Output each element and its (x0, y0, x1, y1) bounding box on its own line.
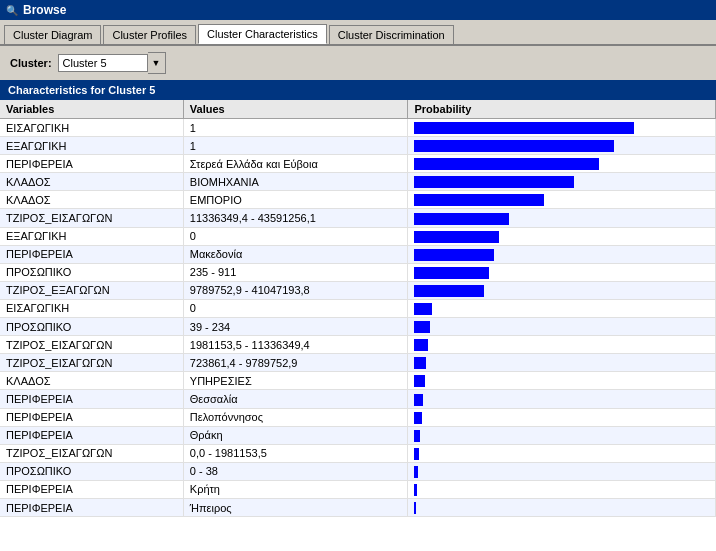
cell-value: Ήπειρος (183, 498, 408, 516)
title-label: Browse (23, 3, 66, 17)
cell-variable: ΤΖΙΡΟΣ_ΕΙΣΑΓΩΓΩΝ (0, 444, 183, 462)
table-row: ΠΡΟΣΩΠΙΚΟ235 - 911 (0, 263, 716, 281)
cell-variable: ΠΕΡΙΦΕΡΕΙΑ (0, 498, 183, 516)
cell-variable: ΤΖΙΡΟΣ_ΕΙΣΑΓΩΓΩΝ (0, 336, 183, 354)
cell-value: 11336349,4 - 43591256,1 (183, 209, 408, 227)
table-row: ΚΛΑΔΟΣΕΜΠΟΡΙΟ (0, 191, 716, 209)
probability-bar (414, 140, 614, 152)
cluster-select-bar: Cluster: Cluster 5 ▼ (0, 46, 716, 80)
probability-bar (414, 303, 432, 315)
cell-value: ΕΜΠΟΡΙΟ (183, 191, 408, 209)
probability-bar (414, 430, 420, 442)
table-row: ΠΕΡΙΦΕΡΕΙΑΠελοπόννησος (0, 408, 716, 426)
cluster-dropdown-btn[interactable]: ▼ (148, 52, 166, 74)
probability-bar (414, 394, 423, 406)
tab-cluster-profiles[interactable]: Cluster Profiles (103, 25, 196, 44)
probability-bar (414, 375, 425, 387)
cell-variable: ΠΕΡΙΦΕΡΕΙΑ (0, 408, 183, 426)
cluster-label: Cluster: (10, 57, 52, 69)
probability-bar (414, 502, 416, 514)
cell-value: 723861,4 - 9789752,9 (183, 354, 408, 372)
cell-value: 235 - 911 (183, 263, 408, 281)
cell-variable: ΤΖΙΡΟΣ_ΕΙΣΑΓΩΓΩΝ (0, 354, 183, 372)
table-row: ΠΕΡΙΦΕΡΕΙΑΣτερεά Ελλάδα και Εύβοια (0, 155, 716, 173)
table-row: ΠΕΡΙΦΕΡΕΙΑΘράκη (0, 426, 716, 444)
probability-bar (414, 158, 599, 170)
table-container: Variables Values Probability ΕΙΣΑΓΩΓΙΚΗ1… (0, 100, 716, 551)
cell-value: Κρήτη (183, 480, 408, 498)
cell-probability (408, 299, 716, 317)
cell-probability (408, 372, 716, 390)
cell-variable: ΤΖΙΡΟΣ_ΕΙΣΑΓΩΓΩΝ (0, 209, 183, 227)
cell-probability (408, 119, 716, 137)
cell-value: 0 - 38 (183, 462, 408, 480)
probability-bar (414, 412, 422, 424)
cell-probability (408, 408, 716, 426)
probability-bar (414, 122, 634, 134)
cell-value: Θεσσαλία (183, 390, 408, 408)
table-row: ΠΕΡΙΦΕΡΕΙΑΘεσσαλία (0, 390, 716, 408)
section-header: Characteristics for Cluster 5 (0, 80, 716, 100)
table-row: ΚΛΑΔΟΣΒΙΟΜΗΧΑΝΙΑ (0, 173, 716, 191)
table-row: ΠΡΟΣΩΠΙΚΟ39 - 234 (0, 318, 716, 336)
probability-bar (414, 213, 509, 225)
table-row: ΠΡΟΣΩΠΙΚΟ0 - 38 (0, 462, 716, 480)
tab-cluster-discrimination[interactable]: Cluster Discrimination (329, 25, 454, 44)
cell-probability (408, 318, 716, 336)
cell-probability (408, 426, 716, 444)
cell-probability (408, 227, 716, 245)
tab-cluster-diagram[interactable]: Cluster Diagram (4, 25, 101, 44)
probability-bar (414, 357, 426, 369)
cell-value: 0 (183, 227, 408, 245)
table-row: ΕΞΑΓΩΓΙΚΗ0 (0, 227, 716, 245)
cell-variable: ΠΕΡΙΦΕΡΕΙΑ (0, 480, 183, 498)
table-row: ΤΖΙΡΟΣ_ΕΙΣΑΓΩΓΩΝ723861,4 - 9789752,9 (0, 354, 716, 372)
cell-value: ΒΙΟΜΗΧΑΝΙΑ (183, 173, 408, 191)
cell-probability (408, 191, 716, 209)
cell-variable: ΚΛΑΔΟΣ (0, 372, 183, 390)
table-row: ΠΕΡΙΦΕΡΕΙΑΚρήτη (0, 480, 716, 498)
cell-probability (408, 444, 716, 462)
cell-value: 1 (183, 119, 408, 137)
cell-probability (408, 390, 716, 408)
cell-variable: ΚΛΑΔΟΣ (0, 191, 183, 209)
cell-variable: ΕΙΣΑΓΩΓΙΚΗ (0, 299, 183, 317)
col-header-values: Values (183, 100, 408, 119)
cell-variable: ΕΞΑΓΩΓΙΚΗ (0, 137, 183, 155)
cell-probability (408, 263, 716, 281)
cell-variable: ΠΕΡΙΦΕΡΕΙΑ (0, 426, 183, 444)
cell-value: Θράκη (183, 426, 408, 444)
probability-bar (414, 321, 430, 333)
cell-value: Πελοπόννησος (183, 408, 408, 426)
cell-value: 0,0 - 1981153,5 (183, 444, 408, 462)
probability-bar (414, 176, 574, 188)
col-header-probability: Probability (408, 100, 716, 119)
tabs-bar: Cluster Diagram Cluster Profiles Cluster… (0, 20, 716, 46)
tab-cluster-characteristics[interactable]: Cluster Characteristics (198, 24, 327, 44)
probability-bar (414, 249, 494, 261)
cell-value: 1981153,5 - 11336349,4 (183, 336, 408, 354)
cell-value: 9789752,9 - 41047193,8 (183, 281, 408, 299)
cell-probability (408, 137, 716, 155)
table-row: ΤΖΙΡΟΣ_ΕΞΑΓΩΓΩΝ9789752,9 - 41047193,8 (0, 281, 716, 299)
cluster-select[interactable]: Cluster 5 ▼ (58, 52, 166, 74)
probability-bar (414, 267, 489, 279)
table-row: ΠΕΡΙΦΕΡΕΙΑΜακεδονία (0, 245, 716, 263)
cell-value: ΥΠΗΡΕΣΙΕΣ (183, 372, 408, 390)
cell-probability (408, 336, 716, 354)
table-row: ΤΖΙΡΟΣ_ΕΙΣΑΓΩΓΩΝ0,0 - 1981153,5 (0, 444, 716, 462)
cell-probability (408, 354, 716, 372)
cell-value: 39 - 234 (183, 318, 408, 336)
cell-variable: ΠΕΡΙΦΕΡΕΙΑ (0, 155, 183, 173)
cell-variable: ΕΙΣΑΓΩΓΙΚΗ (0, 119, 183, 137)
cell-variable: ΠΕΡΙΦΕΡΕΙΑ (0, 390, 183, 408)
probability-bar (414, 194, 544, 206)
cell-probability (408, 155, 716, 173)
cell-probability (408, 209, 716, 227)
cluster-select-value[interactable]: Cluster 5 (58, 54, 148, 72)
probability-bar (414, 448, 419, 460)
table-row: ΠΕΡΙΦΕΡΕΙΑΉπειρος (0, 498, 716, 516)
title-bar: 🔍 Browse (0, 0, 716, 20)
probability-bar (414, 339, 428, 351)
cell-probability (408, 245, 716, 263)
